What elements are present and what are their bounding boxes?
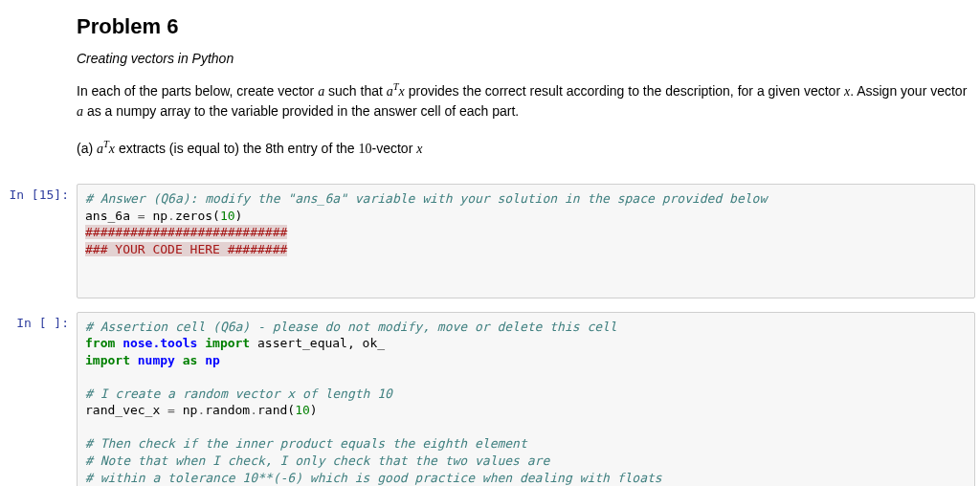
code-kw: import (85, 353, 130, 367)
code-text: zeros( (175, 209, 220, 223)
part-label: (a) (77, 140, 97, 155)
code-comment: # Note that when I check, I only check t… (85, 453, 549, 468)
code-kw: as (183, 353, 198, 367)
code-comment: # Then check if the inner product equals… (85, 436, 527, 451)
code-op: . (167, 209, 175, 223)
math-var-x: x (416, 141, 422, 155)
code-op: = (167, 403, 175, 417)
code-op: = (138, 209, 145, 223)
code-hashes: ########################### (85, 225, 287, 239)
code-comment: # Assertion cell (Q6a) - please do not m… (85, 320, 617, 334)
desc-text: such that (324, 83, 387, 99)
code-op: . (250, 403, 257, 417)
code-module: nose.tools (115, 336, 205, 350)
code-text: np (145, 209, 167, 223)
part-text: -vector (372, 140, 417, 155)
code-text: np (175, 403, 197, 417)
code-comment: # I create a random vector x of length 1… (85, 387, 392, 401)
desc-text: . Assign your vector (850, 83, 967, 99)
input-prompt: In [15]: (5, 184, 77, 298)
problem-title: Problem 6 (77, 14, 975, 39)
math-var-a: a (77, 104, 83, 119)
part-a: (a) aTx extracts (is equal to) the 8th e… (77, 139, 975, 157)
desc-text: as a numpy array to the variable provide… (83, 103, 519, 119)
code-text: ) (310, 403, 318, 417)
math-num: 10 (359, 141, 372, 155)
code-hashes: ### YOUR CODE HERE ######## (85, 242, 287, 256)
code-input[interactable]: # Answer (Q6a): modify the "ans_6a" vari… (77, 184, 975, 298)
desc-text: In each of the parts below, create vecto… (77, 83, 318, 99)
code-cell-answer: In [15]: # Answer (Q6a): modify the "ans… (0, 180, 980, 301)
math-var-a: a (97, 141, 103, 155)
code-comment: # Answer (Q6a): modify the "ans_6a" vari… (85, 191, 767, 206)
code-text: assert_equal, ok_ (250, 336, 385, 350)
code-cell-assertion: In [ ]: # Assertion cell (Q6a) - please … (0, 308, 980, 486)
markdown-cell: Problem 6 Creating vectors in Python In … (0, 0, 980, 174)
input-prompt: In [ ]: (5, 312, 77, 486)
part-text: extracts (is equal to) the 8th entry of … (115, 140, 358, 155)
code-text: rand_vec_x (85, 403, 167, 417)
code-module: numpy (130, 353, 183, 367)
code-text: rand( (257, 403, 295, 417)
code-kw: from (85, 336, 115, 350)
code-text: ) (235, 209, 243, 223)
code-num: 10 (295, 403, 310, 417)
code-module: np (197, 353, 219, 367)
code-comment: # within a tolerance 10**(-6) which is g… (85, 471, 662, 485)
problem-subtitle: Creating vectors in Python (77, 51, 975, 66)
problem-description: In each of the parts below, create vecto… (77, 79, 975, 122)
desc-text: provides the correct result according to… (405, 83, 844, 99)
code-input[interactable]: # Assertion cell (Q6a) - please do not m… (77, 312, 975, 486)
code-text: random (205, 403, 250, 417)
code-kw: import (205, 336, 250, 350)
code-text: ans_6a (85, 209, 138, 223)
math-var-a: a (387, 84, 393, 99)
code-num: 10 (220, 209, 235, 223)
